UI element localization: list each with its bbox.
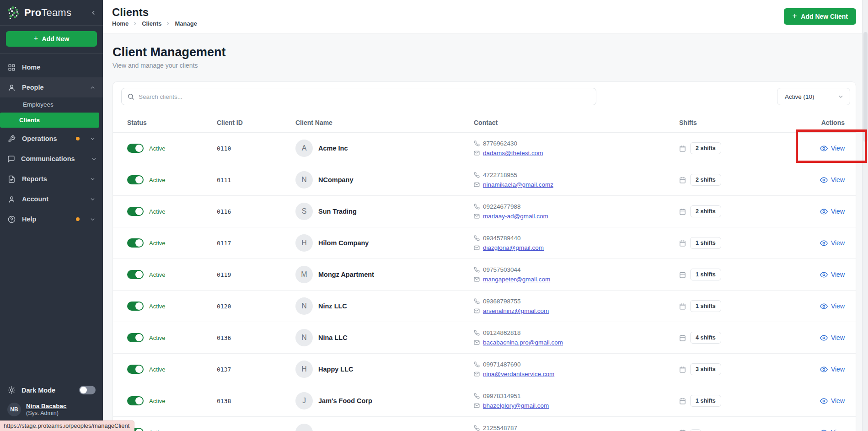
- status-toggle[interactable]: [127, 175, 144, 184]
- view-button[interactable]: View: [771, 208, 845, 216]
- eye-icon: [820, 239, 828, 247]
- phone-icon: [474, 298, 480, 304]
- view-button[interactable]: View: [771, 176, 845, 184]
- status-toggle[interactable]: [127, 365, 144, 374]
- add-new-button[interactable]: + Add New: [6, 31, 97, 47]
- view-button[interactable]: View: [771, 239, 845, 247]
- sidebar-item-label: Clients: [19, 117, 40, 124]
- search-input[interactable]: [139, 93, 590, 100]
- sidebar-item-help[interactable]: Help: [0, 209, 103, 229]
- table-body: Active 0110 A Acme Inc 8776962430 dadams…: [113, 133, 856, 431]
- sidebar-item-operations[interactable]: Operations: [0, 129, 103, 149]
- chevron-right-icon: [133, 21, 138, 26]
- shifts-badge: 1 shifts: [690, 395, 721, 407]
- phone-icon: [474, 172, 480, 178]
- column-header-status: Status: [127, 119, 217, 126]
- breadcrumb-clients[interactable]: Clients: [142, 20, 161, 27]
- sidebar-item-employees[interactable]: Employees: [0, 97, 103, 112]
- breadcrumb-home[interactable]: Home: [112, 20, 129, 27]
- client-avatar: H: [295, 234, 313, 252]
- client-email-link[interactable]: bhazelglory@gmail.com: [483, 402, 549, 409]
- view-button[interactable]: View: [771, 271, 845, 279]
- sidebar-item-communications[interactable]: Communications: [0, 149, 103, 169]
- client-avatar: M: [295, 266, 313, 283]
- view-button[interactable]: View: [771, 429, 845, 431]
- user-name[interactable]: Nina Bacabac: [26, 403, 67, 409]
- document-icon: [7, 175, 16, 183]
- table-row: Active 0137 H Happy LLC 09971487690 nina…: [113, 354, 856, 385]
- client-email-link[interactable]: arsenalninz@gmail.com: [483, 307, 549, 314]
- breadcrumb: Home Clients Manage: [112, 20, 197, 27]
- client-email-link[interactable]: mangapeter@gmail.com: [483, 276, 550, 283]
- view-button[interactable]: View: [771, 397, 845, 405]
- client-id: 0116: [217, 208, 295, 215]
- status-toggle[interactable]: [127, 144, 144, 153]
- client-email-link[interactable]: mariaay-ad@gmail.com: [483, 213, 548, 220]
- column-header-shifts: Shifts: [679, 119, 771, 126]
- column-header-actions: Actions: [771, 119, 845, 126]
- shifts-badge: 2 shifts: [690, 174, 721, 186]
- mail-icon: [474, 308, 480, 314]
- mail-icon: [474, 339, 480, 345]
- status-toggle[interactable]: [127, 333, 144, 342]
- page-scrollbar[interactable]: [862, 0, 868, 431]
- client-email-link[interactable]: bacabacnina.pro@gmail.com: [483, 339, 563, 346]
- dark-mode-toggle[interactable]: [79, 386, 96, 394]
- scrollbar-thumb[interactable]: [863, 32, 868, 142]
- phone-icon: [474, 425, 480, 431]
- sidebar-item-reports[interactable]: Reports: [0, 169, 103, 189]
- calendar-icon: [679, 429, 686, 431]
- status-toggle[interactable]: [127, 302, 144, 311]
- dark-mode-label: Dark Mode: [21, 387, 74, 394]
- shifts-badge: 3 shifts: [690, 363, 721, 375]
- status-toggle[interactable]: [127, 270, 144, 279]
- search-icon: [127, 93, 134, 100]
- sidebar-item-home[interactable]: Home: [0, 57, 103, 77]
- phone-icon: [474, 267, 480, 273]
- view-label: View: [831, 302, 845, 310]
- mail-icon: [474, 403, 480, 409]
- status-label: Active: [149, 398, 165, 404]
- status-filter-dropdown[interactable]: Active (10): [777, 88, 850, 105]
- user-avatar: NB: [7, 403, 21, 416]
- account-person-icon: [7, 195, 16, 203]
- search-box[interactable]: [121, 88, 596, 105]
- client-avatar: N: [295, 171, 313, 189]
- table-row: Active 0119 M Mongz Apartment 0975750304…: [113, 259, 856, 291]
- client-email-link[interactable]: dadams@thetest.com: [483, 150, 543, 156]
- status-toggle[interactable]: [127, 238, 144, 248]
- sidebar-item-label: Operations: [22, 135, 70, 142]
- sidebar-collapse-icon[interactable]: [90, 10, 96, 16]
- sidebar-item-label: Employees: [23, 101, 54, 108]
- page-title: Clients: [112, 6, 197, 19]
- client-email-link[interactable]: ninamikaela@gmail.comz: [483, 181, 553, 188]
- client-name: Nina LLC: [318, 334, 348, 341]
- client-email-link[interactable]: diazgloria@gmail.com: [483, 244, 544, 251]
- status-toggle[interactable]: [127, 396, 144, 405]
- section-heading: Client Management: [113, 45, 856, 59]
- client-name: Ninz LLC: [318, 302, 347, 310]
- client-avatar: A: [295, 140, 313, 157]
- sidebar-item-people[interactable]: People: [0, 77, 103, 97]
- sidebar-item-clients[interactable]: Clients: [0, 113, 99, 128]
- shifts-badge: 2 shifts: [690, 205, 721, 217]
- user-profile[interactable]: NB Nina Bacabac (Sys. Admin): [0, 399, 103, 419]
- client-avatar: N: [295, 329, 313, 346]
- add-new-client-button[interactable]: + Add New Client: [784, 8, 856, 25]
- notification-dot: [76, 137, 80, 140]
- sidebar-item-account[interactable]: Account: [0, 189, 103, 209]
- status-toggle[interactable]: [127, 207, 144, 216]
- view-button[interactable]: View: [771, 334, 845, 342]
- view-button[interactable]: View: [771, 145, 845, 152]
- client-avatar: S: [295, 203, 313, 220]
- table-row: Active 0136 N Nina LLC 09124862818 bacab…: [113, 322, 856, 354]
- sidebar-item-label: People: [22, 84, 84, 91]
- eye-icon: [820, 208, 828, 216]
- calendar-icon: [679, 271, 686, 278]
- chevron-down-icon: [90, 176, 96, 182]
- status-label: Active: [149, 177, 165, 183]
- client-email-link[interactable]: nina@verdantservice.com: [483, 371, 554, 377]
- sun-icon: [7, 386, 16, 394]
- view-button[interactable]: View: [771, 302, 845, 310]
- view-button[interactable]: View: [771, 366, 845, 373]
